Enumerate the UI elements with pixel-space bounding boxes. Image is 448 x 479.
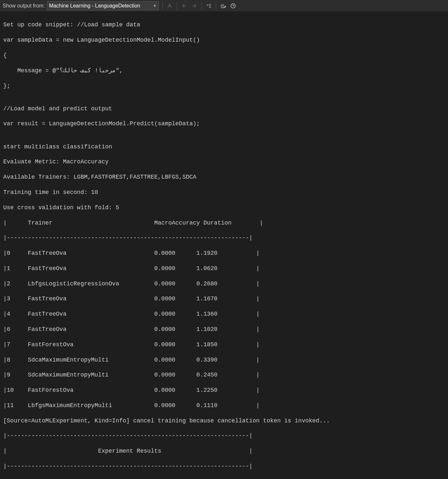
find-message-icon <box>166 2 174 10</box>
log-line: [Source=AutoMLExperiment, Kind=Info] can… <box>3 417 445 425</box>
code-line: //Load model and predict output <box>3 105 445 113</box>
output-pane[interactable]: Set up code snippet: //Load sample data … <box>0 12 448 479</box>
clear-all-icon[interactable] <box>205 2 213 10</box>
table-rule: |---------------------------------------… <box>3 463 445 470</box>
table-row: |10 FastForestOva 0.0000 1.2250 | <box>3 387 445 394</box>
code-line: Set up code snippet: //Load sample data <box>3 21 445 29</box>
output-source-dropdown[interactable]: Machine Learning - LanguageDetection ▼ <box>47 1 159 10</box>
table-row: |4 FastTreeOva 0.0000 1.1360 | <box>3 310 445 318</box>
log-line: Training time in second: 10 <box>3 189 445 196</box>
svg-text:ab: ab <box>220 4 224 7</box>
show-output-label: Show output from: <box>3 3 45 9</box>
table-row: |1 FastTreeOva 0.0000 1.0620 | <box>3 265 445 272</box>
chevron-down-icon: ▼ <box>153 4 157 8</box>
code-line: var sampleData = new LanguageDetectionMo… <box>3 36 445 44</box>
separator <box>201 2 202 9</box>
table-row: |8 SdcaMaximumEntropyMulti 0.0000 0.3390… <box>3 356 445 364</box>
separator <box>177 2 177 9</box>
log-line: Evaluate Metric: MacroAccuracy <box>3 158 445 166</box>
next-message-icon <box>190 2 198 10</box>
separator <box>216 2 216 9</box>
table-rule: |---------------------------------------… <box>3 234 445 242</box>
log-line: Use cross validation with fold: 5 <box>3 204 445 212</box>
prev-message-icon <box>180 2 188 10</box>
table-row: |6 FastTreeOva 0.0000 1.1020 | <box>3 326 445 333</box>
table-header: | Trainer MacroAccuracy Duration | <box>3 219 445 227</box>
log-line: start multiclass classification <box>3 143 445 151</box>
table-row: |0 FastTreeOva 0.0000 1.1920 | <box>3 250 445 257</box>
code-line: Message = @"‫مرحبا! كيف حالك؟‬", <box>3 67 445 75</box>
output-toolbar: Show output from: Machine Learning - Lan… <box>0 0 448 12</box>
table-row: |7 FastForestOva 0.0000 1.1850 | <box>3 341 445 349</box>
code-line: }; <box>3 82 445 90</box>
timestamp-icon[interactable] <box>229 2 237 10</box>
table-row: |3 FastTreeOva 0.0000 1.1670 | <box>3 295 445 303</box>
toggle-word-wrap-icon[interactable]: ab <box>219 2 227 10</box>
table-rule: |---------------------------------------… <box>3 432 445 440</box>
code-line: { <box>3 52 445 59</box>
log-line: Available Trainers: LGBM,FASTFOREST,FAST… <box>3 173 445 181</box>
code-line: var result = LanguageDetectionModel.Pred… <box>3 120 445 128</box>
dropdown-value: Machine Learning - LanguageDetection <box>49 3 140 9</box>
table-row: |2 LbfgsLogisticRegressionOva 0.0000 0.2… <box>3 280 445 288</box>
table-row: |9 SdcaMaximumEntropyMulti 0.0000 0.2450… <box>3 371 445 379</box>
section-title: | Experiment Results | <box>3 447 445 455</box>
separator <box>162 2 163 9</box>
table-row: |11 LbfgsMaximumEntropyMulti 0.0000 0.11… <box>3 402 445 409</box>
